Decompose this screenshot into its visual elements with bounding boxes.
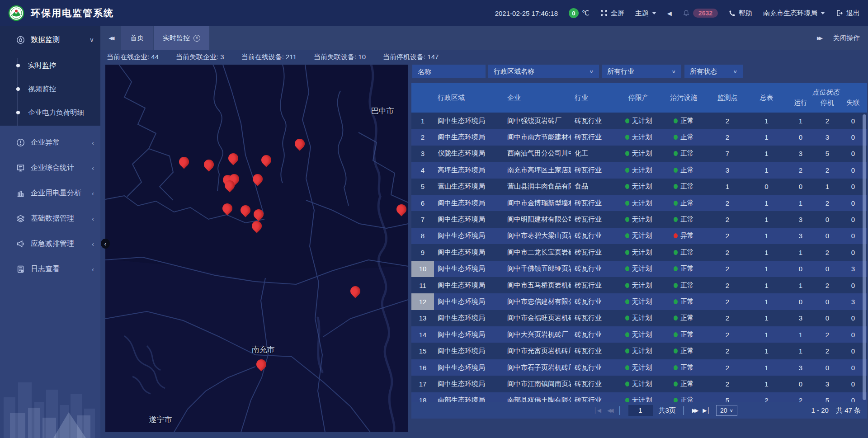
fullscreen-button[interactable]: 全屏: [600, 9, 624, 18]
table-row[interactable]: 6阆中生态环境局阆中市金博瑞新型墙材砖瓦行业无计划正常21120: [411, 195, 867, 211]
cell-company: 阆中市二龙长宝页岩砖: [504, 244, 571, 260]
cell-limit-status: 无计划: [617, 244, 660, 260]
theme-dropdown[interactable]: 主题: [635, 9, 656, 18]
tabs-scroll-right-button[interactable]: ▶▶: [817, 35, 823, 41]
region-select[interactable]: 行政区域名称∨: [488, 65, 599, 78]
help-button[interactable]: 帮助: [729, 9, 752, 18]
row-number: 14: [411, 326, 434, 343]
cell-company: 阆中市光富页岩机砖厂: [504, 343, 571, 359]
cell-meters: 1: [747, 228, 786, 244]
column-header: 企业: [504, 83, 571, 113]
cell-industry: 砖瓦行业: [571, 392, 617, 402]
close-operations-button[interactable]: 关闭操作: [833, 34, 860, 42]
sidebar-item-企业用电量分析[interactable]: 企业用电量分析‹: [0, 180, 100, 206]
last-page-button[interactable]: ▶│: [703, 407, 710, 414]
cell-limit-status: 无计划: [617, 293, 660, 310]
status-dot-green: [674, 266, 678, 271]
table-scrollbar[interactable]: [863, 114, 866, 400]
first-page-button[interactable]: │◀: [594, 407, 601, 414]
cell-points: 7: [708, 146, 747, 162]
mute-button[interactable]: ◀: [667, 10, 672, 17]
column-header-index: [411, 83, 434, 113]
row-number: 13: [411, 310, 434, 326]
cell-running: 1: [786, 195, 816, 211]
table-row[interactable]: 4高坪生态环境局南充市高坪区王家店建砖瓦行业无计划正常31220: [411, 162, 867, 178]
page-size-select[interactable]: 20∨: [716, 405, 737, 416]
temperature: 0 ℃: [569, 8, 590, 18]
city-label-南充市: 南充市: [252, 344, 275, 355]
page-number-input[interactable]: [628, 405, 653, 416]
cell-stopped: 2: [816, 326, 839, 343]
cell-stopped: 3: [816, 376, 839, 392]
status-select[interactable]: 所有状态∨: [684, 65, 743, 78]
cell-facility-status: 正常: [660, 326, 708, 343]
sidebar-item-企业异常[interactable]: 企业异常‹: [0, 130, 100, 155]
org-dropdown[interactable]: 南充市生态环境局: [763, 9, 825, 18]
monitor-panel: 行政区域名称∨ 所有行业∨ 所有状态∨ 行政区域 企业 行业 停限产 治污设施 …: [411, 65, 867, 438]
sidebar-item-日志查看[interactable]: 日志查看‹: [0, 256, 100, 282]
table-row[interactable]: 15阆中生态环境局阆中市光富页岩机砖厂砖瓦行业无计划正常21120: [411, 343, 867, 359]
table-row[interactable]: 14阆中生态环境局阆中大兴页岩机砖厂砖瓦行业无计划正常21120: [411, 326, 867, 343]
row-number: 3: [411, 146, 434, 162]
chevron-left-icon: ‹: [92, 189, 94, 197]
status-dot-green: [625, 217, 629, 222]
bullet-dot-icon: [16, 111, 20, 114]
row-number: 6: [411, 195, 434, 211]
cell-meters: 1: [747, 310, 786, 326]
table-row[interactable]: 17阆中生态环境局阆中市江南镇阆南页岩砖瓦行业无计划正常21030: [411, 376, 867, 392]
table-row[interactable]: 3仪陇生态环境局西南油气田分公司川中化工无计划正常71350: [411, 146, 867, 162]
status-dot-green: [625, 250, 629, 255]
cell-stopped: 1: [816, 179, 839, 195]
table-row[interactable]: 12阆中生态环境局阆中市忠信建材有限公砖瓦行业无计划正常21003: [411, 293, 867, 310]
cell-facility-status: 正常: [660, 343, 708, 359]
tab-实时监控[interactable]: 实时监控×: [154, 26, 209, 50]
sidebar-subitem-视频监控[interactable]: 视频监控: [0, 81, 100, 97]
row-number: 9: [411, 244, 434, 260]
map-panel[interactable]: 巴中市南充市遂宁市: [105, 65, 408, 432]
table-row[interactable]: 9阆中生态环境局阆中市二龙长宝页岩砖砖瓦行业无计划正常21120: [411, 244, 867, 260]
notifications-button[interactable]: 2632: [683, 9, 718, 18]
pager-divider: │: [618, 406, 623, 414]
chevron-down-icon: [652, 12, 656, 14]
close-icon[interactable]: ×: [193, 35, 200, 42]
table-row[interactable]: 16阆中生态环境局阆中市石子页岩机砖厂砖瓦行业无计划正常21300: [411, 359, 867, 376]
table-row[interactable]: 1阆中生态环境局阆中强锐页岩砖厂砖瓦行业无计划正常21120: [411, 113, 867, 129]
bullet-dot-icon: [16, 64, 20, 67]
sidebar-collapse-handle[interactable]: ‹: [101, 239, 110, 249]
table-row[interactable]: 11阆中生态环境局阆中市五马桥页岩机砖砖瓦行业无计划正常21120: [411, 277, 867, 293]
table-row[interactable]: 13阆中生态环境局阆中市金福旺页岩机砖砖瓦行业无计划正常21300: [411, 310, 867, 326]
sidebar-item-基础数据管理[interactable]: 基础数据管理‹: [0, 206, 100, 231]
table-row[interactable]: 5营山生态环境局营山县润丰肉食品有限食品无计划正常10010: [411, 179, 867, 195]
logout-button[interactable]: 退出: [836, 9, 860, 18]
table-row[interactable]: 2阆中生态环境局阆中市南方节能建材有砖瓦行业无计划正常21030: [411, 129, 867, 145]
sidebar-subitem-实时监控[interactable]: 实时监控: [0, 58, 100, 73]
tabs-scroll-left-button[interactable]: ◀◀: [100, 26, 121, 50]
cell-facility-status: 正常: [660, 310, 708, 326]
cell-stopped: 0: [816, 359, 839, 376]
industry-select[interactable]: 所有行业∨: [602, 65, 681, 78]
status-dot-green: [625, 299, 629, 304]
cell-running: 0: [786, 376, 816, 392]
sidebar-item-应急减排管理[interactable]: 应急减排管理‹: [0, 231, 100, 256]
cell-stopped: 2: [816, 277, 839, 293]
table-row[interactable]: 7阆中生态环境局阆中明阳建材有限公司砖瓦行业无计划正常21300: [411, 211, 867, 227]
name-search-input[interactable]: [412, 65, 486, 78]
tab-首页[interactable]: 首页: [121, 26, 153, 50]
cell-industry: 砖瓦行业: [571, 343, 617, 359]
cell-company: 阆中明阳建材有限公司: [504, 211, 571, 227]
table-row[interactable]: 8阆中生态环境局阆中市枣碧大梁山页岩砖瓦行业无计划异常21300: [411, 228, 867, 244]
sidebar-group-data-monitoring: 数据监测 ∨ 实时监控视频监控企业电力负荷明细: [0, 26, 100, 126]
cell-stopped: 3: [816, 129, 839, 145]
cell-facility-status: 正常: [660, 129, 708, 145]
sidebar-item-data-monitoring[interactable]: 数据监测 ∨: [0, 26, 100, 53]
sidebar-item-企业综合统计[interactable]: 企业综合统计‹: [0, 155, 100, 180]
status-dot-green: [674, 118, 678, 123]
cell-running: 0: [786, 179, 816, 195]
next-page-button[interactable]: ▶▶: [692, 407, 697, 414]
cell-meters: 1: [747, 277, 786, 293]
megaphone-icon: [16, 240, 25, 248]
table-row[interactable]: 10阆中生态环境局阆中千佛镇五郎垭页岩砖瓦行业无计划正常21003: [411, 261, 867, 277]
prev-page-button[interactable]: ◀◀: [607, 407, 612, 414]
table-row[interactable]: 18南部生态环境局南部县双佛土陶有限公砖瓦行业无计划正常52250: [411, 392, 867, 402]
sidebar-subitem-企业电力负荷明细[interactable]: 企业电力负荷明细: [0, 105, 100, 120]
